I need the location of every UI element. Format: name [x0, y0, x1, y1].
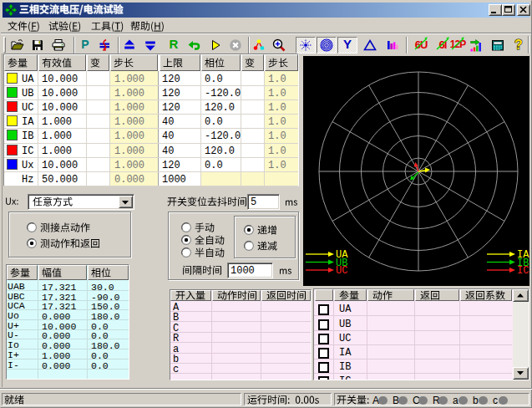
svg-text:IC: IC	[517, 265, 529, 277]
svg-text:UC: UC	[336, 265, 347, 277]
svg-text:?: ?	[514, 38, 523, 52]
